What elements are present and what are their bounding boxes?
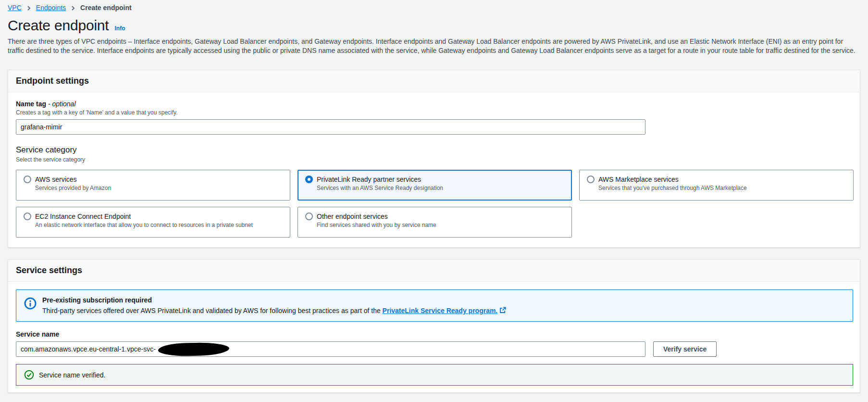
radio-card-label: Other endpoint services — [317, 213, 388, 220]
service-category-card-ec2-instance-connect[interactable]: EC2 Instance Connect Endpoint An elastic… — [16, 207, 290, 238]
radio-card-label: AWS Marketplace services — [598, 176, 679, 183]
service-category-options: AWS services Services provided by Amazon… — [16, 170, 852, 238]
info-link[interactable]: Info — [115, 25, 125, 32]
service-settings-title: Service settings — [16, 265, 852, 276]
radio-card-label: EC2 Instance Connect Endpoint — [35, 213, 131, 220]
service-category-card-aws-services[interactable]: AWS services Services provided by Amazon — [16, 170, 290, 201]
breadcrumb-link-endpoints[interactable]: Endpoints — [36, 4, 66, 12]
service-category-card-privatelink-ready[interactable]: PrivateLink Ready partner services Servi… — [298, 170, 572, 201]
radio-selected-icon[interactable] — [305, 176, 313, 183]
info-alert-text: Third-party services offered over AWS Pr… — [42, 307, 506, 315]
radio-card-description: Services provided by Amazon — [35, 185, 283, 191]
endpoint-settings-panel: Endpoint settings Name tag - optional Cr… — [8, 70, 860, 248]
service-category-card-other-endpoint-services[interactable]: Other endpoint services Find services sh… — [298, 207, 572, 238]
radio-card-label: AWS services — [35, 176, 77, 183]
page-title: Create endpoint — [8, 17, 109, 34]
radio-card-description: Services with an AWS Service Ready desig… — [317, 185, 564, 191]
subscription-info-alert: Pre-existing subscription required Third… — [16, 289, 853, 322]
service-category-heading: Service category — [16, 145, 852, 155]
name-tag-input[interactable] — [16, 119, 645, 135]
breadcrumb-link-vpc[interactable]: VPC — [8, 4, 22, 12]
service-category-card-aws-marketplace[interactable]: AWS Marketplace services Services that y… — [579, 170, 854, 201]
radio-unselected-icon[interactable] — [305, 213, 313, 220]
page-description: There are three types of VPC endpoints –… — [8, 37, 860, 55]
service-category-description: Select the service category — [16, 156, 852, 163]
name-tag-description: Creates a tag with a key of 'Name' and a… — [16, 109, 852, 116]
radio-unselected-icon[interactable] — [24, 176, 31, 183]
breadcrumb: VPC Endpoints Create endpoint — [8, 3, 860, 13]
success-check-icon — [24, 370, 34, 380]
info-circle-icon — [24, 297, 37, 311]
service-settings-header: Service settings — [8, 260, 860, 282]
endpoint-settings-header: Endpoint settings — [8, 70, 860, 92]
chevron-right-icon — [71, 5, 75, 11]
service-name-input[interactable] — [16, 341, 645, 357]
privatelink-program-link[interactable]: PrivateLink Service Ready program. — [383, 307, 498, 314]
chevron-right-icon — [26, 5, 31, 11]
service-name-label: Service name — [16, 330, 852, 338]
radio-unselected-icon[interactable] — [587, 176, 595, 183]
service-settings-panel: Service settings Pre-existing subscripti… — [8, 259, 860, 393]
page: VPC Endpoints Create endpoint Create end… — [0, 0, 868, 393]
radio-unselected-icon[interactable] — [24, 213, 31, 220]
radio-card-description: Find services shared with you by service… — [317, 222, 564, 228]
radio-card-label: PrivateLink Ready partner services — [317, 176, 421, 183]
endpoint-settings-title: Endpoint settings — [16, 76, 852, 86]
breadcrumb-current: Create endpoint — [80, 4, 132, 12]
service-verified-alert: Service name verified. — [16, 364, 853, 386]
external-link-icon — [499, 307, 506, 315]
verify-service-button[interactable]: Verify service — [653, 341, 717, 357]
radio-card-description: An elastic network interface that allow … — [35, 222, 283, 228]
success-alert-text: Service name verified. — [39, 371, 106, 379]
info-alert-title: Pre-existing subscription required — [42, 296, 506, 304]
radio-card-description: Services that you've purchased through A… — [598, 185, 846, 191]
name-tag-label: Name tag - optional — [16, 100, 852, 108]
